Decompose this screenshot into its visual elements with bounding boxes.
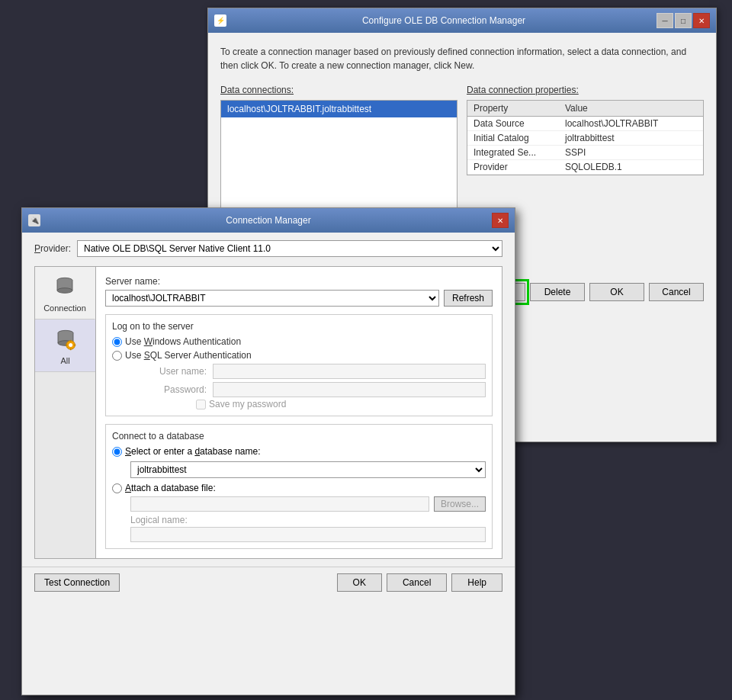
table-row: Integrated Se... SSPI [467,146,703,160]
server-input-row: localhost\JOLTRABBIT Refresh [105,290,493,307]
prop-value: SQLOLEDB.1 [559,160,688,175]
prop-name: Initial Catalog [467,131,559,146]
password-input[interactable] [213,382,486,397]
database-group: Connect to a database Select or enter a … [105,424,493,549]
ole-window-buttons: ─ □ ✕ [657,13,710,28]
all-tab-icon [52,326,79,353]
windows-auth-radio[interactable] [112,337,122,347]
db-name-radio[interactable] [112,447,122,457]
connection-manager-dialog: 🔌 Connection Manager ✕ Provider: Native … [21,207,515,695]
data-connection-properties-label: Data connection properties: [467,85,704,95]
ole-title-icon: ⚡ [214,14,226,27]
provider-select[interactable]: Native OLE DB\SQL Server Native Client 1… [77,240,502,257]
connection-item[interactable]: localhost\JOLTRABBIT.joltrabbittest [221,101,457,117]
tab-connection-label: Connection [43,303,86,313]
table-row: Data Source localhost\JOLTRABBIT [467,117,703,131]
sql-auth-label: Use SQL Server Authentication [125,350,252,361]
save-password-row: Save my password [112,399,486,409]
prop-value: SSPI [559,146,688,160]
connection-tab-icon [51,273,79,300]
attach-label: Attach a database file: [125,483,216,493]
conn-window-buttons: ✕ [492,213,509,228]
server-name-group: Server name: localhost\JOLTRABBIT Refres… [105,276,493,307]
table-row: Provider SQLOLEDB.1 [467,160,703,175]
tabs-section: Connection [34,266,502,559]
prop-name: Data Source [467,117,559,131]
tab-all-label: All [60,356,69,365]
save-password-checkbox[interactable] [196,400,206,409]
windows-auth-radio-row[interactable]: Use Windows Authentication [112,336,486,347]
tab-content-connection: Server name: localhost\JOLTRABBIT Refres… [95,266,502,559]
tab-all[interactable]: All [35,319,95,372]
connect-db-title: Connect to a database [112,431,486,442]
logon-title: Log on to the server [112,321,486,332]
db-name-select[interactable]: joltrabbittest [130,461,486,478]
prop-header-extra [688,101,703,117]
conn-close-button[interactable]: ✕ [492,213,509,228]
server-name-input[interactable]: localhost\JOLTRABBIT [105,290,439,307]
username-label: User name: [130,366,207,377]
prop-extra [688,146,703,160]
prop-extra [688,160,703,175]
db-name-label: Select or enter a database name: [125,446,260,457]
credentials-grid: User name: Password: [112,364,486,397]
conn-title-icon: 🔌 [28,214,40,226]
logical-name-label: Logical name: [130,515,486,525]
sql-auth-radio[interactable] [112,351,122,361]
tab-connection[interactable]: Connection [35,267,95,319]
ole-title-text: Configure OLE DB Connection Manager [231,15,657,26]
ole-maximize-button[interactable]: □ [675,13,692,28]
prop-name: Integrated Se... [467,146,559,160]
attach-radio-row: Attach a database file: [112,483,486,493]
footer-buttons: OK Cancel Help [337,573,502,592]
windows-auth-label: Use Windows Authentication [125,336,241,347]
prop-header-value: Value [559,101,688,117]
prop-value: joltrabbittest [559,131,688,146]
provider-label: Provider: [34,243,71,254]
cancel-button[interactable]: Cancel [649,283,704,301]
provider-row: Provider: Native OLE DB\SQL Server Nativ… [34,240,502,257]
prop-extra [688,131,703,146]
db-name-radio-row: Select or enter a database name: [112,446,486,457]
prop-extra [688,117,703,131]
conn-titlebar: 🔌 Connection Manager ✕ [22,208,515,233]
sql-auth-radio-row[interactable]: Use SQL Server Authentication [112,350,486,361]
properties-table: Property Value Data Source localhost\JOL… [467,100,704,175]
svg-point-11 [69,343,72,347]
conn-footer: Test Connection OK Cancel Help [22,567,515,598]
attach-input-row: Browse... [112,496,486,512]
refresh-button[interactable]: Refresh [444,290,493,307]
ole-close-button[interactable]: ✕ [693,13,710,28]
logical-name-input[interactable] [130,527,486,542]
prop-value: localhost\JOLTRABBIT [559,117,688,131]
test-connection-button[interactable]: Test Connection [34,573,120,592]
tab-bar: Connection [34,266,95,559]
prop-name: Provider [467,160,559,175]
delete-button[interactable]: Delete [530,283,585,301]
prop-header-property: Property [467,101,559,117]
table-row: Initial Catalog joltrabbittest [467,131,703,146]
ok-button[interactable]: OK [589,283,644,301]
svg-point-2 [57,288,72,294]
conn-body: Provider: Native OLE DB\SQL Server Nativ… [22,233,515,567]
data-connections-label: Data connections: [220,85,458,95]
cancel-button[interactable]: Cancel [387,573,447,592]
conn-title-text: Connection Manager [45,215,492,226]
save-password-label: Save my password [209,399,286,409]
username-input[interactable] [213,364,486,379]
logical-name-row: Logical name: [112,515,486,542]
password-label: Password: [130,384,207,395]
attach-radio[interactable] [112,483,122,493]
logon-group: Log on to the server Use Windows Authent… [105,314,493,416]
browse-button[interactable]: Browse... [434,496,486,512]
ole-minimize-button[interactable]: ─ [657,13,673,28]
server-name-label: Server name: [105,276,493,287]
help-button[interactable]: Help [451,573,502,592]
ole-description: To create a connection manager based on … [220,45,704,72]
ole-titlebar: ⚡ Configure OLE DB Connection Manager ─ … [208,8,716,33]
attach-file-input[interactable] [130,496,429,512]
ok-button[interactable]: OK [337,573,382,592]
